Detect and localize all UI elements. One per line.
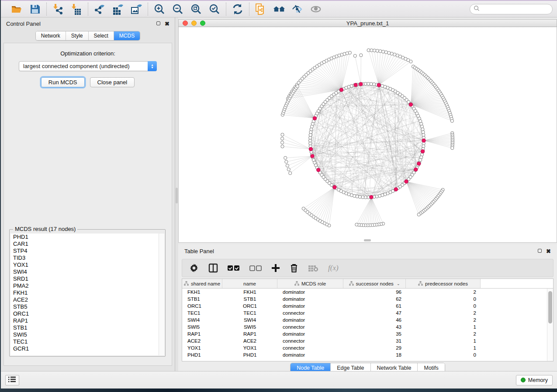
canvas-scroll-thumb[interactable] <box>364 239 371 241</box>
show-columns-icon[interactable] <box>208 262 218 274</box>
table-row[interactable]: ACE2ACE2connector311 <box>182 337 553 344</box>
show-all-icon[interactable] <box>310 3 322 15</box>
mcds-result-item[interactable]: ACE2 <box>10 296 164 303</box>
hide-selected-icon[interactable] <box>291 3 304 15</box>
add-column-icon[interactable] <box>271 262 280 274</box>
table-cell: 0 <box>406 296 481 302</box>
zoom-out-icon[interactable] <box>172 3 184 15</box>
float-panel-icon[interactable] <box>156 21 160 26</box>
settings-gear-icon[interactable] <box>189 262 199 274</box>
mcds-result-item[interactable]: TID3 <box>10 254 164 261</box>
run-mcds-button[interactable]: Run MCDS <box>41 77 85 87</box>
table-cell: PHD1 <box>182 352 222 358</box>
table-cell: 0 <box>406 303 481 309</box>
table-cell: YOX1 <box>182 345 222 351</box>
table-row[interactable]: RAP1RAP1dominator352 <box>182 330 553 337</box>
table-cell: connector <box>277 338 343 344</box>
network-canvas[interactable] <box>178 27 557 243</box>
close-panel-icon[interactable]: ✖ <box>165 21 170 27</box>
network-node <box>355 223 358 226</box>
column-header-successor-nodes[interactable]: successor nodes⌄ <box>343 279 406 288</box>
mcds-result-item[interactable]: FKH1 <box>10 289 164 296</box>
mcds-result-item[interactable]: ORC1 <box>10 310 164 317</box>
save-session-icon[interactable] <box>29 3 41 15</box>
memory-button[interactable]: Memory <box>516 375 553 385</box>
close-table-panel-icon[interactable]: ✖ <box>546 248 551 254</box>
network-node <box>280 137 284 140</box>
tab-mcds[interactable]: MCDS <box>114 31 140 40</box>
mcds-result-item[interactable]: TEC1 <box>10 338 164 345</box>
table-scrollbar-thumb[interactable] <box>548 291 552 323</box>
mcds-result-item[interactable]: SWI5 <box>10 331 164 338</box>
open-file-icon[interactable] <box>10 3 23 15</box>
table-row[interactable]: TEC1TEC1connector472 <box>182 309 553 316</box>
tab-select[interactable]: Select <box>89 31 114 40</box>
table-row[interactable]: STB1STB1dominator620 <box>182 296 553 303</box>
close-panel-button[interactable]: Close panel <box>90 77 135 87</box>
export-image-icon[interactable] <box>130 3 142 15</box>
first-neighbors-icon[interactable] <box>273 3 285 15</box>
delete-column-icon[interactable] <box>290 262 298 274</box>
mcds-result-item[interactable]: RAP1 <box>10 317 164 324</box>
column-header-predecessor-nodes[interactable]: predecessor nodes <box>406 279 481 288</box>
mcds-result-item[interactable]: CAR1 <box>10 241 164 248</box>
dominator-node <box>311 155 314 158</box>
mcds-result-item[interactable]: GCR1 <box>10 345 164 352</box>
table-panel-title: Table Panel <box>184 248 214 254</box>
deselect-all-icon[interactable] <box>249 262 262 274</box>
optimization-criterion-select[interactable]: largest connected component (undirected)… <box>19 61 157 71</box>
table-row[interactable]: SWI4SWI4dominator462 <box>182 316 553 323</box>
table-row[interactable]: YOX1YOX1connector291 <box>182 344 553 351</box>
search-input[interactable] <box>482 6 550 12</box>
tab-network[interactable]: Network <box>36 31 66 40</box>
table-cell: ORC1 <box>222 303 277 309</box>
import-network-icon[interactable] <box>52 3 64 15</box>
copy-network-icon[interactable] <box>255 3 267 15</box>
mcds-result-item[interactable]: STP4 <box>10 248 164 254</box>
network-node <box>280 141 284 144</box>
dominator-node <box>317 168 320 172</box>
column-header-MCDS-role[interactable]: MCDS role <box>277 279 343 288</box>
panel-splitter[interactable] <box>175 17 178 371</box>
mcds-result-item[interactable]: STB5 <box>10 303 164 310</box>
column-header-shared-name[interactable]: shared name <box>182 279 222 288</box>
table-cell: 62 <box>343 296 406 302</box>
mcds-list-scrollbar[interactable] <box>159 234 164 355</box>
dominator-node <box>333 186 336 189</box>
dominator-node <box>417 162 421 165</box>
chevron-up-down-icon: ▲▼ <box>148 61 157 71</box>
table-row[interactable]: ORC1ORC1dominator610 <box>182 303 553 309</box>
network-window-titlebar[interactable]: YPA_prune.txt_1 <box>178 19 557 27</box>
table-row[interactable]: FKH1FKH1dominator962 <box>182 289 553 296</box>
export-network-icon[interactable] <box>93 3 106 15</box>
zoom-fit-icon[interactable] <box>190 3 202 15</box>
zoom-selected-icon[interactable] <box>208 3 221 15</box>
column-header-name[interactable]: name <box>222 279 277 288</box>
mcds-result-item[interactable]: SRD1 <box>10 275 164 282</box>
mcds-result-item[interactable]: YOX1 <box>10 261 164 268</box>
network-node <box>353 54 356 57</box>
select-all-icon[interactable] <box>228 262 240 274</box>
table-scrollbar[interactable] <box>547 289 553 361</box>
table-row[interactable]: PHD1PHD1dominator180 <box>182 351 553 358</box>
mcds-result-item[interactable]: STB1 <box>10 324 164 331</box>
optimization-criterion-label: Optimization criterion: <box>4 50 172 57</box>
table-cell: 96 <box>343 289 406 295</box>
task-history-button[interactable] <box>5 375 19 385</box>
network-search-field[interactable] <box>470 4 553 14</box>
network-graph[interactable] <box>179 27 557 242</box>
splitter-grip[interactable] <box>176 188 178 203</box>
table-cell: STB1 <box>182 296 222 302</box>
table-cell: 61 <box>343 303 406 309</box>
import-table-icon[interactable] <box>70 3 83 15</box>
zoom-in-icon[interactable] <box>153 3 166 15</box>
export-table-icon[interactable] <box>112 3 124 15</box>
mcds-result-item[interactable]: SWI4 <box>10 268 164 275</box>
mcds-result-item[interactable]: PHD1 <box>10 234 164 241</box>
mcds-result-item[interactable]: PMA2 <box>10 282 164 289</box>
tab-style[interactable]: Style <box>66 31 89 40</box>
apply-layout-icon[interactable] <box>232 3 244 15</box>
table-cell: dominator <box>277 331 343 337</box>
table-row[interactable]: SWI5SWI5connector431 <box>182 323 553 330</box>
float-table-panel-icon[interactable] <box>538 248 542 254</box>
